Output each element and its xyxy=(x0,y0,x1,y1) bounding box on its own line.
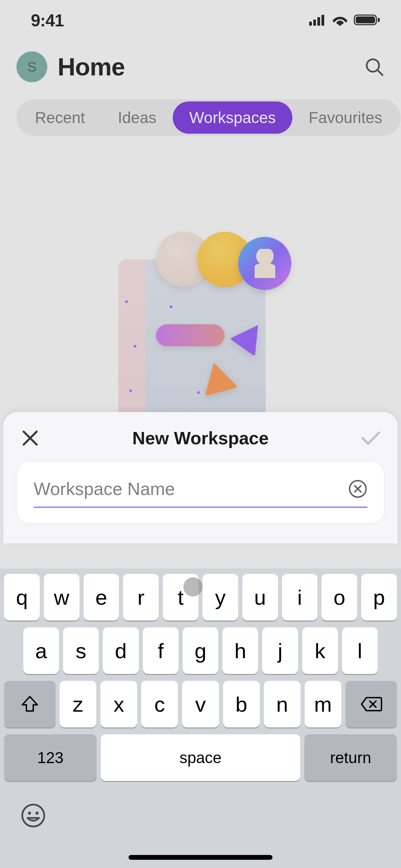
key-y[interactable]: y xyxy=(203,574,238,620)
avatar[interactable]: S xyxy=(16,51,47,82)
tab-favourites[interactable]: Favourites xyxy=(292,101,399,134)
svg-point-19 xyxy=(36,812,39,815)
status-time: 9:41 xyxy=(31,11,64,31)
svg-rect-7 xyxy=(378,18,380,22)
search-icon xyxy=(364,57,385,77)
svg-rect-2 xyxy=(317,17,320,26)
clear-input-button[interactable] xyxy=(348,479,367,498)
app-header: S Home xyxy=(0,41,401,89)
workspace-name-input[interactable] xyxy=(34,479,341,499)
touch-indicator xyxy=(183,577,203,596)
key-u[interactable]: u xyxy=(242,574,278,620)
key-f[interactable]: f xyxy=(143,627,179,674)
shift-icon xyxy=(20,695,39,713)
confirm-button[interactable] xyxy=(361,429,380,448)
svg-line-9 xyxy=(378,70,382,75)
key-shift[interactable] xyxy=(4,681,56,727)
clear-icon xyxy=(348,479,367,498)
key-s[interactable]: s xyxy=(63,627,99,674)
svg-rect-6 xyxy=(356,16,375,23)
search-button[interactable] xyxy=(364,57,385,77)
close-icon xyxy=(22,430,39,447)
key-return[interactable]: return xyxy=(304,734,397,781)
key-o[interactable]: o xyxy=(321,574,357,620)
key-l[interactable]: l xyxy=(342,627,378,674)
status-indicators xyxy=(309,14,380,27)
key-v[interactable]: v xyxy=(182,681,219,727)
sheet-title: New Workspace xyxy=(132,428,269,448)
empty-state-illustration xyxy=(0,143,401,424)
svg-point-18 xyxy=(28,812,31,815)
key-k[interactable]: k xyxy=(302,627,338,674)
key-numbers[interactable]: 123 xyxy=(4,734,97,781)
key-j[interactable]: j xyxy=(262,627,298,674)
emoji-icon xyxy=(21,803,46,828)
key-delete[interactable] xyxy=(345,681,397,727)
key-x[interactable]: x xyxy=(100,681,137,727)
close-button[interactable] xyxy=(21,429,40,448)
key-g[interactable]: g xyxy=(183,627,218,674)
key-q[interactable]: q xyxy=(4,574,40,620)
key-n[interactable]: n xyxy=(264,681,301,727)
status-bar: 9:41 xyxy=(0,0,401,41)
key-space[interactable]: space xyxy=(101,734,300,781)
key-h[interactable]: h xyxy=(222,627,258,674)
wifi-icon xyxy=(332,14,348,27)
cellular-icon xyxy=(309,14,326,27)
tab-recent[interactable]: Recent xyxy=(19,101,101,134)
new-workspace-sheet: New Workspace xyxy=(3,412,398,543)
tab-workspaces[interactable]: Workspaces xyxy=(173,101,292,134)
page-title: Home xyxy=(58,53,354,81)
svg-rect-1 xyxy=(313,20,316,26)
key-a[interactable]: a xyxy=(23,627,59,674)
svg-point-17 xyxy=(22,805,44,827)
key-e[interactable]: e xyxy=(84,574,119,620)
emoji-button[interactable] xyxy=(21,803,46,834)
home-indicator[interactable] xyxy=(129,855,272,860)
backspace-icon xyxy=(360,696,382,712)
key-r[interactable]: r xyxy=(123,574,159,620)
key-b[interactable]: b xyxy=(223,681,260,727)
key-t[interactable]: t xyxy=(163,574,198,620)
checkmark-icon xyxy=(361,431,380,446)
key-z[interactable]: z xyxy=(60,681,96,727)
key-i[interactable]: i xyxy=(282,574,318,620)
key-w[interactable]: w xyxy=(44,574,80,620)
key-m[interactable]: m xyxy=(305,681,341,727)
keyboard: q w e r t y u i o p a s d f g h j k l z xyxy=(0,568,401,868)
key-c[interactable]: c xyxy=(141,681,178,727)
svg-point-4 xyxy=(339,23,341,26)
key-d[interactable]: d xyxy=(103,627,138,674)
tabs: Recent Ideas Workspaces Favourites xyxy=(0,89,401,143)
svg-rect-0 xyxy=(309,22,312,26)
key-p[interactable]: p xyxy=(361,574,397,620)
svg-rect-3 xyxy=(321,15,324,26)
tab-ideas[interactable]: Ideas xyxy=(101,101,173,134)
battery-icon xyxy=(354,14,380,27)
